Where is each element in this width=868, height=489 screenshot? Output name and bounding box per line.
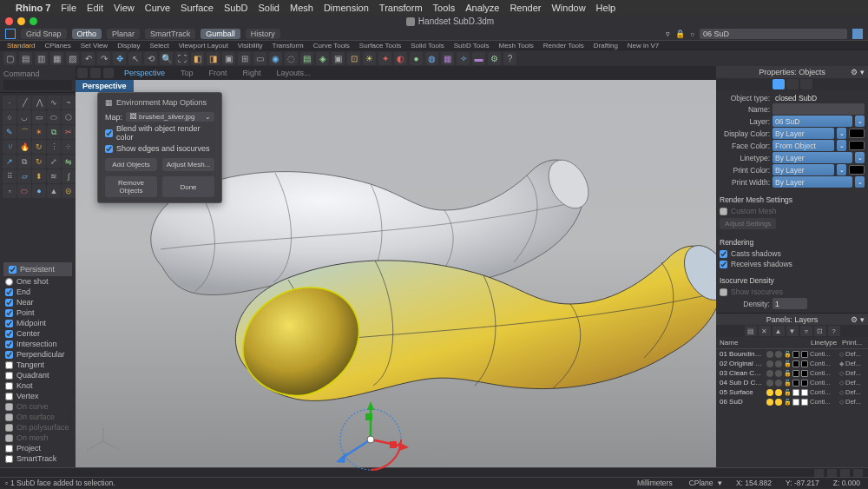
tab-rendertools[interactable]: Render Tools — [540, 42, 588, 50]
osnap-vertex[interactable] — [5, 393, 13, 400]
scale-tool-icon[interactable]: ⤢ — [47, 155, 61, 169]
layer-del-icon[interactable]: ✕ — [759, 326, 771, 336]
open-icon[interactable]: ▤ — [19, 52, 32, 65]
layer-row[interactable]: 01 Bounding Box 🔓 Conti... ◇ Def... — [716, 349, 868, 359]
val-density[interactable]: 1 — [773, 298, 807, 309]
mirror-tool-icon[interactable]: ⇋ — [62, 155, 76, 169]
selection-icon[interactable]: ▣ — [332, 52, 345, 65]
tab-newinv7[interactable]: New in V7 — [624, 42, 662, 50]
val-pwid[interactable]: By Layer — [773, 176, 852, 188]
visibility2-icon[interactable] — [775, 389, 782, 396]
vtab-perspective[interactable]: Perspective — [117, 67, 172, 79]
layer-material-swatch[interactable] — [801, 370, 808, 377]
tab-viewportlayout[interactable]: Viewport Layout — [175, 42, 232, 50]
menu-solid[interactable]: Solid — [259, 3, 279, 13]
tab-standard[interactable]: Standard — [3, 42, 38, 50]
pwid-arrow-icon[interactable]: ⌄ — [855, 176, 865, 188]
gear-icon[interactable]: ⚙ ▾ — [851, 315, 865, 324]
menu-mesh[interactable]: Mesh — [290, 3, 313, 13]
menu-help[interactable]: Help — [596, 3, 616, 13]
casts-check[interactable] — [720, 250, 727, 258]
ellipse-tool-icon[interactable]: ⬭ — [47, 110, 61, 124]
polyline-tool-icon[interactable]: ⋀ — [32, 96, 46, 109]
status-cplane[interactable]: CPlane ▾ — [684, 479, 725, 487]
snap-smarttrack[interactable]: SmartTrack — [145, 29, 195, 39]
val-pcol[interactable]: By Layer — [773, 164, 834, 175]
rect-tool-icon[interactable]: ▭ — [32, 110, 46, 124]
lock-icon[interactable]: 🔓 — [784, 399, 791, 406]
layer-linetype[interactable]: Conti... — [810, 388, 838, 396]
osnap-perpendicular[interactable] — [5, 351, 13, 359]
osnap-end[interactable] — [5, 288, 13, 296]
visibility-icon[interactable] — [766, 351, 773, 358]
polygon-tool-icon[interactable]: ⬡ — [62, 110, 76, 124]
layeron-icon[interactable]: ◈ — [316, 52, 329, 65]
proptab-texture-icon[interactable] — [800, 79, 812, 89]
menu-curve[interactable]: Curve — [145, 3, 170, 13]
box-tool-icon[interactable]: ▫ — [3, 184, 16, 198]
layer-print[interactable]: Def... — [845, 360, 865, 367]
visibility2-icon[interactable] — [775, 360, 782, 367]
gear-icon[interactable]: ⚙ ▾ — [851, 68, 865, 76]
window-select-icon[interactable] — [5, 29, 16, 39]
save-icon[interactable]: ▥ — [35, 52, 48, 65]
menu-analyze[interactable]: Analyze — [465, 3, 499, 13]
envmap-add-button[interactable]: Add Objects — [105, 158, 157, 171]
flame-tool-icon[interactable]: 🔥 — [17, 140, 31, 154]
col-linetype[interactable]: Linetype — [811, 339, 842, 347]
redo-icon[interactable]: ↷ — [97, 52, 110, 65]
tab-surfacetools[interactable]: Surface Tools — [356, 42, 404, 50]
envmap-show-check[interactable] — [105, 145, 113, 153]
viewmax-icon[interactable]: ▭ — [253, 52, 266, 65]
layer-material-swatch[interactable] — [801, 399, 808, 406]
tab-meshtools[interactable]: Mesh Tools — [496, 42, 537, 50]
disp-swatch[interactable] — [849, 129, 865, 138]
sweep-tool-icon[interactable]: ∫ — [62, 169, 76, 183]
vtab-top[interactable]: Top — [174, 67, 201, 79]
osnap-smarttrack[interactable] — [5, 455, 13, 463]
circle-tool-icon[interactable]: ○ — [3, 110, 16, 124]
tab-visibility[interactable]: Visibility — [234, 42, 266, 50]
lock-icon[interactable]: 🔓 — [784, 360, 791, 367]
osnap-midpoint[interactable] — [5, 320, 13, 327]
raytrace-icon[interactable]: ✦ — [378, 52, 391, 65]
new-icon[interactable]: ▢ — [3, 52, 16, 65]
print-diamond-icon[interactable]: ◇ — [839, 370, 844, 377]
tab-drafting[interactable]: Drafting — [590, 42, 621, 50]
layer-row[interactable]: 05 Surface 🔓 Conti... ◇ Def... — [716, 387, 868, 397]
osnap-near[interactable] — [5, 299, 13, 307]
sphere-tool-icon[interactable]: ● — [32, 184, 46, 198]
val-face[interactable]: From Object — [773, 140, 834, 151]
layer-linetype[interactable]: Conti... — [810, 360, 838, 367]
vtab-grid2-icon[interactable] — [90, 68, 101, 78]
menu-tools[interactable]: Tools — [433, 3, 456, 13]
properties-icon[interactable]: ⊡ — [347, 52, 360, 65]
explode-tool-icon[interactable]: ✶ — [32, 125, 46, 139]
lock-icon[interactable]: 🔓 — [784, 389, 791, 396]
print-diamond-icon[interactable]: ◇ — [839, 389, 844, 396]
menu-transform[interactable]: Transform — [379, 3, 423, 13]
layer-down-icon[interactable]: ▼ — [786, 326, 799, 336]
namedview-icon[interactable]: ▣ — [222, 52, 235, 65]
mini-icon[interactable] — [814, 469, 824, 477]
point-tool-icon[interactable]: · — [3, 96, 16, 109]
command-input[interactable] — [3, 80, 72, 90]
rotate-icon[interactable]: ⟲ — [144, 52, 157, 65]
layer-row[interactable]: 06 SuD 🔓 Conti... ◇ Def... — [716, 397, 868, 406]
pcol-arrow-icon[interactable]: ⌄ — [837, 164, 846, 175]
rebuild-tool-icon[interactable]: ↻ — [32, 140, 46, 154]
envmap-dialog[interactable]: ▦Environment Map Options Map: 🖼brushed_s… — [97, 92, 222, 203]
menu-surface[interactable]: Surface — [181, 3, 214, 13]
envmap-blend-check[interactable] — [105, 129, 113, 137]
texture-icon[interactable]: ▦ — [441, 52, 454, 65]
lock-icon[interactable]: 🔒 — [675, 30, 685, 38]
tab-select[interactable]: Select — [146, 42, 172, 50]
layer-linetype[interactable]: Conti... — [810, 398, 838, 406]
join-tool-icon[interactable]: ⧉ — [47, 125, 61, 139]
interpcurve-tool-icon[interactable]: ~ — [62, 96, 76, 109]
proptab-object-icon[interactable] — [773, 79, 785, 89]
val-layer[interactable]: 06 SuD — [773, 116, 852, 127]
show-icon[interactable]: ◉ — [269, 52, 282, 65]
arc-tool-icon[interactable]: ◡ — [17, 110, 31, 124]
lock-icon[interactable]: 🔓 — [784, 370, 791, 377]
